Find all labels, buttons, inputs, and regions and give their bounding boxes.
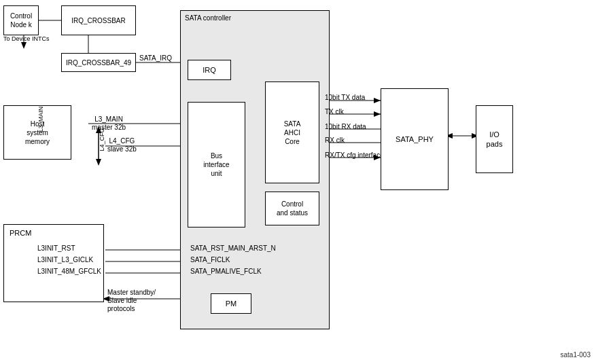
- sata-phy-box: SATA_PHY: [381, 88, 449, 190]
- svg-marker-24: [374, 111, 381, 117]
- rx-clk-label: RX clk: [325, 136, 345, 145]
- sata-ficlk-label: SATA_FICLK: [190, 256, 230, 264]
- rx-data-label: 10bit RX data: [325, 123, 366, 131]
- diagram: ControlNode k To Device INTCs IRQ_CROSSB…: [0, 0, 596, 364]
- l3-main-label: L3_MAINmaster 32b: [92, 115, 126, 132]
- irq-crossbar-box: IRQ_CROSSBAR: [61, 5, 136, 35]
- master-standby-label: Master standby/Slave idleprotocols: [107, 289, 156, 313]
- l3init-l3-giclk-label: L3INIT_L3_GICLK: [37, 256, 93, 264]
- tx-clk-label: TX clk: [325, 108, 344, 116]
- sata-irq-label: SATA_IRQ: [139, 54, 172, 62]
- to-device-intcs-label: To Device INTCs: [3, 35, 50, 43]
- irq-box: IRQ: [188, 60, 231, 80]
- control-node-box: ControlNode k: [3, 5, 39, 35]
- l4-cfg-vertical-label: L4_CFG: [99, 126, 106, 153]
- watermark-label: sata1-003: [561, 351, 591, 359]
- l3-main-vertical-label: L3_MAIN: [37, 105, 45, 132]
- svg-marker-22: [374, 98, 381, 103]
- sata-rst-label: SATA_RST_MAIN_ARST_N: [190, 244, 276, 253]
- sata-ahci-core-box: SATAAHCICore: [265, 81, 319, 183]
- irq-crossbar-49-box: IRQ_CROSSBAR_49: [61, 53, 136, 72]
- l3init-rst-label: L3INIT_RST: [37, 244, 75, 253]
- tx-data-label: 10bit TX data: [325, 94, 365, 102]
- l4-cfg-label: L4_CFGslave 32b: [107, 137, 137, 153]
- bus-interface-unit-box: Businterfaceunit: [188, 102, 245, 228]
- svg-marker-15: [96, 159, 101, 166]
- control-status-box: Controland status: [265, 192, 319, 225]
- pm-box: PM: [211, 293, 251, 314]
- io-pads-box: I/Opads: [476, 105, 513, 173]
- sata-pmalive-label: SATA_PMALIVE_FCLK: [190, 268, 262, 276]
- l3init-48m-gfclk-label: L3INIT_48M_GFCLK: [37, 268, 101, 276]
- rxtx-cfg-label: RX/TX cfg interface: [325, 151, 384, 160]
- svg-marker-2: [21, 42, 27, 49]
